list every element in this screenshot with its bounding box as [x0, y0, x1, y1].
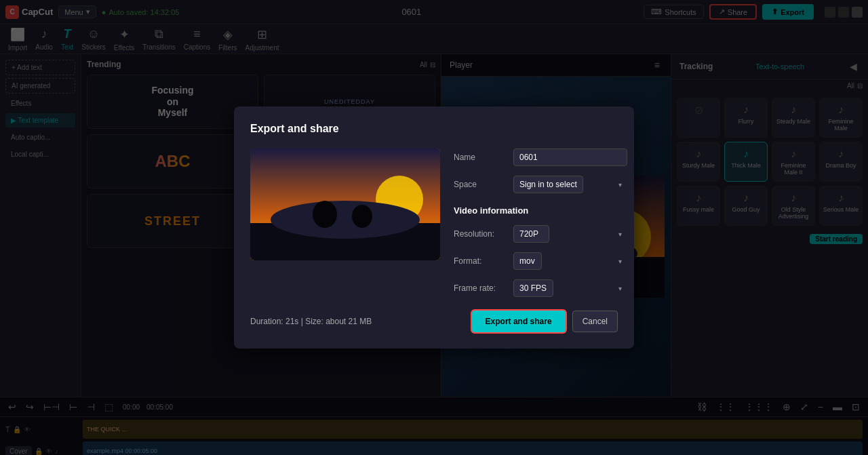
export-share-button[interactable]: Export and share [472, 311, 566, 332]
space-select-wrapper: Sign in to select ▾ [513, 176, 627, 193]
format-label: Format: [454, 256, 508, 266]
format-field-row: Format: mov mp4 avi ▾ [454, 252, 627, 270]
name-input[interactable] [513, 149, 627, 166]
resolution-field-row: Resolution: 720P 1080P 4K ▾ [454, 225, 627, 243]
modal-title: Export and share [250, 123, 618, 135]
modal-body: Name Space Sign in to select ▾ Video inf… [250, 149, 618, 297]
duration-info: Duration: 21s | Size: about 21 MB [250, 317, 372, 326]
chevron-down-icon: ▾ [618, 231, 622, 238]
format-select-wrapper: mov mp4 avi ▾ [513, 252, 627, 270]
chevron-down-icon: ▾ [618, 285, 622, 292]
video-info-title: Video information [454, 205, 627, 216]
modal-cancel-button[interactable]: Cancel [572, 311, 618, 332]
name-label: Name [454, 153, 508, 162]
resolution-label: Resolution: [454, 229, 508, 239]
chevron-down-icon: ▾ [618, 258, 622, 265]
modal-fields: Name Space Sign in to select ▾ Video inf… [454, 149, 627, 297]
frame-rate-select-wrapper: 24 FPS 30 FPS 60 FPS ▾ [513, 279, 627, 297]
modal-overlay: Export and share [0, 0, 868, 455]
space-label: Space [454, 180, 508, 189]
modal-footer: Duration: 21s | Size: about 21 MB Export… [250, 311, 618, 332]
space-select[interactable]: Sign in to select [513, 176, 583, 193]
export-modal: Export and share [234, 106, 634, 349]
resolution-select-wrapper: 720P 1080P 4K ▾ [513, 225, 627, 243]
space-field-row: Space Sign in to select ▾ [454, 176, 627, 193]
modal-preview [250, 149, 440, 260]
modal-actions: Export and share Cancel [472, 311, 618, 332]
frame-rate-field-row: Frame rate: 24 FPS 30 FPS 60 FPS ▾ [454, 279, 627, 297]
resolution-select[interactable]: 720P 1080P 4K [513, 225, 549, 243]
format-select[interactable]: mov mp4 avi [513, 252, 542, 270]
chevron-down-icon: ▾ [618, 181, 622, 189]
svg-point-11 [352, 205, 372, 228]
frame-rate-label: Frame rate: [454, 283, 508, 293]
svg-point-9 [271, 201, 420, 239]
svg-point-10 [313, 201, 337, 228]
preview-image [250, 149, 440, 260]
name-field-row: Name [454, 149, 627, 166]
frame-rate-select[interactable]: 24 FPS 30 FPS 60 FPS [513, 279, 553, 297]
